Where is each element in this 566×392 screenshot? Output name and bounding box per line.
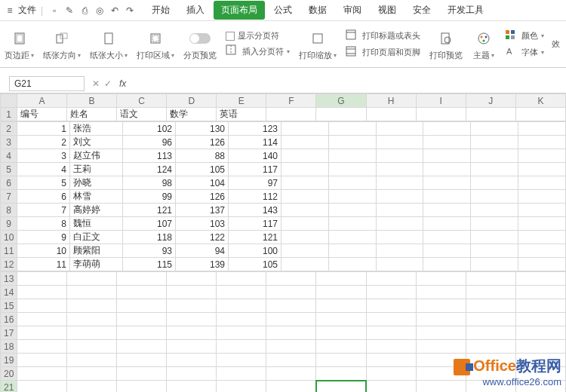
table-row: 21张浩102130123 — [1, 122, 566, 136]
save-icon[interactable]: ▫ — [48, 4, 61, 17]
col-H[interactable]: H — [366, 94, 416, 108]
table-row: 1 编号 姓名 语文 数学 英语 — [1, 108, 566, 121]
svg-rect-4 — [105, 33, 112, 44]
tab-review[interactable]: 审阅 — [336, 1, 369, 20]
print-area-button[interactable]: 打印区域▾ — [132, 27, 179, 61]
table-row: 43赵立伟11388140 — [1, 149, 566, 163]
col-C[interactable]: C — [117, 94, 167, 108]
svg-rect-10 — [346, 30, 355, 39]
row-header[interactable]: 4 — [1, 149, 17, 163]
size-button[interactable]: 纸张大小▾ — [85, 27, 132, 61]
svg-rect-21 — [506, 30, 509, 34]
row-header[interactable]: 16 — [1, 313, 17, 326]
col-I[interactable]: I — [416, 94, 466, 108]
titles-icon — [346, 29, 359, 43]
table-row: 87高婷婷121137143 — [1, 204, 566, 217]
svg-point-18 — [481, 36, 483, 38]
row-header[interactable]: 15 — [1, 299, 17, 313]
tab-insert[interactable]: 插入 — [179, 1, 212, 20]
theme-button[interactable]: 主题▾ — [467, 27, 500, 61]
row-header[interactable]: 19 — [1, 354, 17, 367]
formula-input[interactable] — [131, 76, 566, 91]
theme-icon — [477, 32, 491, 45]
tab-data[interactable]: 数据 — [301, 1, 334, 20]
page-break-group: 分页预览 — [179, 27, 221, 61]
col-A[interactable]: A — [17, 94, 67, 108]
fx-icon[interactable]: fx — [119, 78, 131, 89]
select-all[interactable] — [1, 94, 17, 108]
row-header[interactable]: 3 — [1, 136, 17, 149]
col-D[interactable]: D — [167, 94, 217, 108]
table-row: 32刘文96126114 — [1, 136, 566, 149]
accept-icon[interactable]: ✓ — [104, 78, 112, 89]
new-icon[interactable]: ✎ — [63, 4, 76, 17]
watermark-brand: Office教程网 — [454, 356, 561, 376]
row-header[interactable]: 18 — [1, 340, 17, 354]
svg-point-16 — [444, 37, 451, 43]
row-header[interactable]: 2 — [1, 122, 17, 136]
insert-break-icon — [226, 44, 239, 58]
margins-button[interactable]: 页边距▾ — [0, 27, 38, 61]
row-header[interactable]: 12 — [1, 258, 17, 271]
preview-icon[interactable]: ◎ — [93, 4, 106, 17]
colors-icon — [505, 29, 518, 43]
insert-break[interactable]: 插入分页符▾ — [226, 44, 290, 58]
col-B[interactable]: B — [67, 94, 117, 108]
row-header[interactable]: 6 — [1, 176, 17, 190]
print-preview-button[interactable]: 打印预览 — [425, 27, 467, 61]
table-row: 65孙晓9810497 — [1, 176, 566, 190]
tab-formula[interactable]: 公式 — [266, 1, 300, 20]
header-footer[interactable]: 打印页眉和页脚 — [346, 46, 420, 60]
orientation-button[interactable]: 纸张方向▾ — [38, 27, 85, 61]
row-header[interactable]: 13 — [1, 272, 17, 286]
margins-icon — [13, 32, 26, 45]
show-break[interactable]: 显示分页符 — [226, 30, 290, 41]
tab-view[interactable]: 视图 — [371, 1, 404, 20]
hamburger-icon[interactable]: ≡ — [3, 4, 17, 17]
row-header[interactable]: 10 — [1, 231, 17, 244]
tab-dev[interactable]: 开发工具 — [440, 1, 491, 20]
undo-icon[interactable]: ↶ — [108, 4, 122, 17]
effects-button[interactable]: 效 — [549, 38, 560, 50]
watermark-url: www.office26.com — [454, 376, 561, 387]
spreadsheet-grid[interactable]: A B C D E F G H I J K 1 编号 姓名 语文 数学 英语 2… — [0, 93, 566, 392]
row-header[interactable]: 20 — [1, 367, 17, 381]
name-box[interactable]: G21 — [9, 76, 85, 91]
svg-point-17 — [478, 33, 489, 44]
toggle-switch[interactable] — [189, 33, 211, 44]
print-icon[interactable]: ⎙ — [78, 4, 91, 17]
print-scale-button[interactable]: 打印缩放▾ — [294, 27, 341, 61]
quick-access: ≡ 文件 | ▫ ✎ ⎙ ◎ ↶ ↷ — [3, 4, 144, 17]
cancel-icon[interactable]: ✕ — [92, 78, 100, 89]
column-headers: A B C D E F G H I J K — [1, 94, 566, 108]
tab-page-layout[interactable]: 页面布局 — [214, 1, 265, 20]
svg-rect-12 — [346, 47, 355, 56]
logo-icon — [454, 359, 470, 375]
col-J[interactable]: J — [466, 94, 515, 108]
col-K[interactable]: K — [515, 94, 565, 108]
table-row: 98魏恒107103117 — [1, 217, 566, 231]
row-header[interactable]: 17 — [1, 326, 17, 340]
tab-security[interactable]: 安全 — [405, 1, 438, 20]
colors-button[interactable]: 颜色▾ — [505, 29, 544, 43]
col-E[interactable]: E — [217, 94, 266, 108]
fonts-button[interactable]: A字体▾ — [505, 46, 544, 60]
print-titles[interactable]: 打印标题或表头 — [346, 29, 420, 43]
file-menu[interactable]: 文件 — [18, 4, 36, 17]
table-row: 13 — [1, 272, 566, 286]
row-header[interactable]: 8 — [1, 204, 17, 217]
table-row: 16 — [1, 313, 566, 326]
svg-rect-22 — [511, 30, 515, 34]
svg-point-20 — [483, 40, 485, 42]
row-header[interactable]: 7 — [1, 190, 17, 204]
col-F[interactable]: F — [266, 94, 316, 108]
row-header[interactable]: 11 — [1, 244, 17, 258]
redo-icon[interactable]: ↷ — [123, 4, 137, 17]
row-header[interactable]: 1 — [1, 108, 17, 121]
row-header[interactable]: 5 — [1, 163, 17, 176]
row-header[interactable]: 9 — [1, 217, 17, 231]
row-header[interactable]: 14 — [1, 286, 17, 299]
row-header[interactable]: 21 — [1, 381, 17, 393]
col-G[interactable]: G — [316, 94, 366, 108]
tab-start[interactable]: 开始 — [144, 1, 177, 20]
